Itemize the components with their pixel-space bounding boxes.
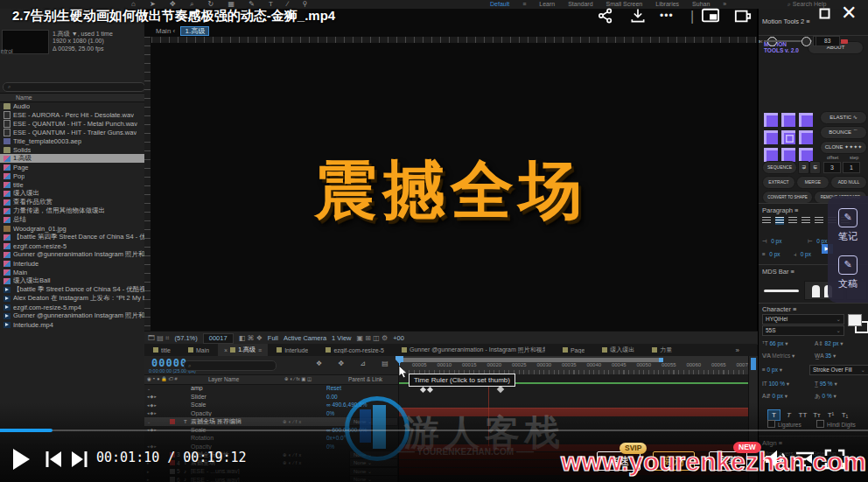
- timeline-ruler[interactable]: 0000500010000150002000025000300003500040…: [398, 356, 749, 374]
- fill-swatch[interactable]: [848, 314, 862, 326]
- anchor-cell[interactable]: [764, 148, 778, 162]
- parent-link-column-header[interactable]: Parent & Link: [348, 376, 382, 382]
- fill-stroke-swatches[interactable]: [848, 314, 865, 332]
- picture-in-picture-icon[interactable]: [701, 7, 720, 24]
- font-style-select[interactable]: 55S⌄: [762, 325, 844, 336]
- panel-box-icon[interactable]: [819, 8, 830, 19]
- font-family-select[interactable]: HYQiHei⌄: [762, 314, 844, 325]
- align-left-icon[interactable]: [762, 217, 771, 225]
- space-before-field[interactable]: ≡ 0 px: [762, 244, 780, 260]
- previous-button[interactable]: [44, 450, 63, 472]
- download-icon[interactable]: [629, 7, 647, 24]
- timeline-tab[interactable]: × 1.高级 ≡: [218, 344, 268, 356]
- keyframe-diamond[interactable]: [427, 387, 433, 393]
- project-row[interactable]: ESE - QUANTUM - HIT - Metal Punch.wav: [0, 119, 144, 128]
- slider-value-field[interactable]: 83: [816, 36, 840, 46]
- project-row[interactable]: Main: [0, 268, 144, 276]
- font-size-field[interactable]: ᵀT 66 px ▾: [762, 340, 788, 347]
- breadcrumb-main[interactable]: Main: [156, 27, 171, 35]
- close-player-icon[interactable]: ✕: [841, 3, 857, 23]
- space-after-field[interactable]: ⫞ 0 px: [794, 244, 811, 260]
- timeline-tab[interactable]: Interlude: [268, 344, 317, 356]
- zoom-level-select[interactable]: (57.1%): [175, 334, 198, 342]
- project-row[interactable]: 1.高级: [0, 154, 144, 163]
- convert-to-shape-button[interactable]: CONVERT TO SHAPE: [762, 191, 813, 204]
- property-value[interactable]: Reset: [326, 385, 341, 391]
- justify-last-left-icon[interactable]: [802, 217, 810, 225]
- project-row[interactable]: Gunner @gunneranimation Instagram 照片和视频: [0, 311, 144, 320]
- project-row[interactable]: Alex Deaton 在 Instagram 上发布：“Pt 2 My b: [0, 294, 144, 303]
- play-button[interactable]: [10, 447, 32, 475]
- timeline-tab[interactable]: 力量: [643, 344, 681, 356]
- sequence-mode-icon[interactable]: ⋥: [798, 161, 809, 174]
- project-row[interactable]: Gunner @gunneranimation Instagram 照片和视频: [0, 250, 144, 259]
- twirl-keyframe-nav[interactable]: ⌄: [144, 386, 170, 391]
- align-center-icon[interactable]: [775, 217, 784, 225]
- project-row[interactable]: 查看作品欣赏: [0, 198, 144, 206]
- anchor-cell[interactable]: [781, 148, 795, 162]
- timeline-layer-row[interactable]: ◂◆▸ Slider ⊕◐∕fx 0.00 None ⌄: [144, 393, 398, 402]
- anchor-cell-center[interactable]: [781, 130, 795, 144]
- extract-button[interactable]: EXTRACT: [762, 176, 795, 189]
- frame-number-field[interactable]: 00017: [203, 333, 234, 344]
- viewer-right-icons[interactable]: ▣ ⊞ ◫ ⚙: [357, 334, 388, 342]
- subscript-toggle[interactable]: T₁: [839, 410, 850, 420]
- breadcrumb-active-comp[interactable]: 1.高级: [180, 26, 209, 36]
- mds-bar-header[interactable]: MDS Bar ≡: [762, 268, 794, 276]
- project-row[interactable]: Interlude: [0, 259, 144, 268]
- camera-select[interactable]: Active Camera: [284, 334, 326, 342]
- superscript-toggle[interactable]: T¹: [825, 410, 836, 420]
- align-right-icon[interactable]: [788, 217, 797, 225]
- character-header[interactable]: Character ≡: [762, 305, 796, 313]
- timeline-tab[interactable]: Page: [554, 344, 593, 356]
- slider-red-dot[interactable]: [844, 39, 848, 44]
- tab-close-icon[interactable]: ×: [224, 347, 228, 353]
- scrollbar-thumb[interactable]: [751, 358, 756, 370]
- search-help[interactable]: ⌕ Search Help: [788, 1, 826, 8]
- viewer-mid-icons[interactable]: ◧ ⌘ ❖: [239, 334, 262, 342]
- project-row[interactable]: Interlude.mp4: [0, 320, 144, 329]
- timeline-tab[interactable]: Gunner @gunneranimation - Instagram 照片和视…: [393, 344, 554, 356]
- tabs-overflow-icon[interactable]: »: [736, 346, 745, 354]
- resolution-select[interactable]: Full: [268, 334, 278, 342]
- project-row[interactable]: Title_template0003.aep: [0, 136, 144, 145]
- project-row[interactable]: 总结: [0, 215, 144, 224]
- view-count-select[interactable]: 1 View: [332, 334, 351, 342]
- progress-bar-track[interactable]: [0, 430, 868, 431]
- workspace-tab[interactable]: Standard: [568, 1, 592, 7]
- project-row[interactable]: Solids: [0, 145, 144, 154]
- twirl-keyframe-nav[interactable]: ⌄: [144, 419, 170, 424]
- side-panel-item[interactable]: ✎ 文稿: [838, 255, 858, 290]
- project-row[interactable]: 【battle 季 Street Dance of China S4 - 优酷视…: [0, 285, 144, 294]
- layer-name[interactable]: amp: [191, 385, 398, 391]
- project-row[interactable]: ESE - QUANTUM - HIT - Trailer Guns.wav: [0, 128, 144, 136]
- project-row[interactable]: ezgif.com-resize-5.mp4: [0, 303, 144, 311]
- timeline-search-input[interactable]: ⌕: [184, 360, 276, 371]
- workspace-tab[interactable]: Default: [490, 1, 509, 7]
- workspace-tab[interactable]: Suhan: [692, 1, 710, 7]
- sequence-stack-icon[interactable]: ⋤: [809, 161, 821, 174]
- sequence-button[interactable]: SEQUENCE: [762, 161, 797, 174]
- baseline-shift-field[interactable]: A⇵ 0 px ▾: [762, 393, 788, 400]
- workspace-tab[interactable]: Small Screen: [606, 1, 643, 7]
- progress-bar-fill[interactable]: [0, 429, 52, 432]
- twirl-keyframe-nav[interactable]: ◂◆▸: [144, 402, 170, 408]
- merge-button[interactable]: MERGE: [796, 176, 830, 189]
- layer-switches[interactable]: ⊕◐∕fx: [283, 419, 303, 424]
- project-row[interactable]: Woodgrain_01.jpg: [0, 224, 144, 233]
- more-options-icon[interactable]: •••: [660, 10, 674, 22]
- project-row[interactable]: ESE - AURORA - Perc Hit - Desolate.wav: [0, 110, 144, 119]
- clone-button[interactable]: CLONE ✦✦✦✦: [820, 141, 867, 154]
- anchor-cell[interactable]: [799, 113, 813, 127]
- side-panel-item[interactable]: ✎ 笔记: [838, 208, 858, 243]
- property-value[interactable]: 0%: [326, 410, 334, 416]
- mds-slider[interactable]: [764, 290, 799, 292]
- project-row[interactable]: 力量传递，借用其他物体做缓出: [0, 206, 144, 215]
- next-button[interactable]: [70, 450, 89, 472]
- bounce-button[interactable]: BOUNCE ⌒: [820, 126, 867, 139]
- all-caps-toggle[interactable]: TT: [797, 410, 808, 420]
- project-row[interactable]: 缓入缓出Ball: [0, 276, 144, 285]
- project-search-input[interactable]: ⌕: [3, 82, 145, 92]
- anchor-cell[interactable]: [799, 148, 813, 162]
- layer-name-column-header[interactable]: Layer Name: [208, 376, 239, 382]
